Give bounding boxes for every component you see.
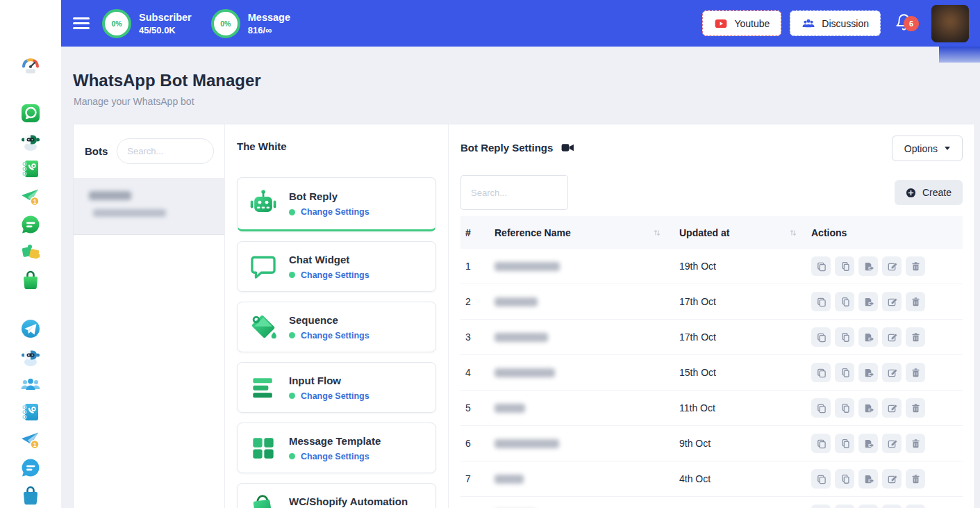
sidebar-item-telegram-store[interactable]: [19, 486, 42, 508]
copy-button[interactable]: [811, 398, 831, 418]
edit-icon: [887, 474, 897, 484]
delete-button[interactable]: [906, 327, 925, 347]
reference-name-redacted: [495, 475, 524, 484]
options-button[interactable]: Options: [892, 136, 963, 161]
video-camera-icon: [561, 142, 574, 153]
edit-button[interactable]: [882, 398, 902, 418]
reply-search-input[interactable]: [460, 175, 568, 210]
sidebar-item-telegram-chat[interactable]: [19, 458, 42, 480]
export-icon: [863, 403, 874, 413]
export-button[interactable]: [858, 292, 878, 311]
sidebar-item-whatsapp-store[interactable]: [19, 270, 42, 293]
export-button[interactable]: [858, 363, 878, 382]
edit-button[interactable]: [882, 505, 902, 508]
change-settings-link[interactable]: Change Settings: [301, 207, 369, 217]
status-dot: [289, 272, 295, 278]
sidebar-item-telegram-group[interactable]: [19, 375, 42, 397]
export-button[interactable]: [858, 434, 878, 453]
edit-button[interactable]: [882, 469, 902, 489]
card-title: Input Flow: [289, 375, 369, 386]
sidebar-item-whatsapp-bot[interactable]: [19, 131, 42, 154]
delete-button[interactable]: [906, 469, 925, 489]
card-wc-shopify-automation[interactable]: S WC/Shopify Automation Change Settings: [237, 483, 436, 508]
copy-button[interactable]: [811, 327, 831, 347]
card-input-flow[interactable]: Input Flow Change Settings: [237, 362, 436, 413]
menu-toggle-button[interactable]: [73, 17, 90, 28]
export-button[interactable]: [858, 398, 878, 418]
delete-button[interactable]: [906, 434, 925, 453]
bots-search-input[interactable]: [117, 138, 214, 164]
copy-button[interactable]: [811, 292, 831, 311]
copy-button[interactable]: [811, 469, 831, 489]
main-content: WhatsApp Bot Manager Manage your WhatsAp…: [61, 47, 980, 508]
clone-button[interactable]: [835, 469, 854, 489]
sidebar-item-telegram-bot[interactable]: [19, 347, 42, 369]
delete-icon: [911, 368, 921, 378]
delete-button[interactable]: [906, 363, 925, 382]
edit-button[interactable]: [882, 256, 902, 276]
svg-text:S: S: [260, 505, 266, 508]
delete-button[interactable]: [906, 505, 925, 508]
card-sequence[interactable]: Sequence Change Settings: [237, 302, 436, 352]
create-button[interactable]: Create: [895, 180, 963, 205]
sidebar-item-whatsapp-broadcast[interactable]: 1: [19, 187, 42, 209]
clone-button[interactable]: [835, 256, 854, 276]
whatsapp-icon: [19, 102, 42, 127]
edit-button[interactable]: [882, 363, 902, 382]
export-button[interactable]: [858, 256, 878, 276]
discussion-button[interactable]: Discussion: [790, 10, 881, 36]
change-settings-link[interactable]: Change Settings: [301, 331, 369, 341]
reference-name-redacted: [495, 262, 560, 271]
change-settings-link[interactable]: Change Settings: [301, 391, 369, 401]
clone-button[interactable]: [835, 327, 854, 347]
reply-settings-title: Bot Reply Settings: [460, 142, 553, 154]
copy-button[interactable]: [811, 256, 831, 276]
user-avatar[interactable]: [931, 5, 969, 42]
sidebar-item-whatsapp-chat[interactable]: [19, 215, 42, 237]
youtube-button[interactable]: Youtube: [702, 10, 781, 36]
table-row: 6 9th Oct: [460, 426, 963, 461]
col-updated-at[interactable]: Updated at: [679, 227, 729, 238]
export-button[interactable]: [858, 469, 878, 489]
sidebar-item-telegram[interactable]: [19, 319, 42, 341]
copy-icon: [816, 439, 827, 449]
copy-button[interactable]: [811, 505, 831, 508]
bot-list-item-selected[interactable]: [74, 178, 224, 235]
card-bot-reply[interactable]: Bot Reply Change Settings: [237, 177, 436, 231]
clone-button[interactable]: [835, 505, 854, 508]
edit-button[interactable]: [882, 292, 902, 311]
message-label: Message: [248, 12, 290, 23]
edit-button[interactable]: [882, 434, 902, 453]
export-button[interactable]: [858, 505, 878, 508]
card-message-template[interactable]: Message Template Change Settings: [237, 423, 436, 473]
clone-button[interactable]: [835, 292, 854, 311]
delete-button[interactable]: [906, 398, 925, 418]
sort-icon[interactable]: [789, 229, 797, 237]
change-settings-link[interactable]: Change Settings: [301, 270, 369, 280]
delete-button[interactable]: [906, 256, 925, 276]
clone-button[interactable]: [835, 363, 854, 382]
subscriber-value: 45/50.0K: [139, 25, 192, 35]
delete-button[interactable]: [906, 292, 925, 311]
export-button[interactable]: [858, 327, 878, 347]
sidebar-item-whatsapp-contacts[interactable]: [19, 159, 42, 181]
sidebar-item-dashboard[interactable]: [19, 56, 42, 79]
sidebar-item-integration[interactable]: [19, 243, 42, 265]
col-reference-name[interactable]: Reference Name: [495, 227, 571, 238]
status-dot: [289, 393, 295, 399]
edit-button[interactable]: [882, 327, 902, 347]
sort-icon[interactable]: [653, 229, 661, 237]
sidebar-item-whatsapp[interactable]: [19, 104, 42, 126]
notifications-button[interactable]: 6: [895, 13, 913, 34]
change-settings-link[interactable]: Change Settings: [301, 452, 369, 461]
message-stat: 0% Message 816/∞: [211, 9, 290, 38]
clone-button[interactable]: [835, 434, 854, 453]
copy-icon: [816, 474, 827, 484]
sidebar-item-telegram-contacts[interactable]: [19, 402, 42, 425]
card-chat-widget[interactable]: Chat Widget Change Settings: [237, 241, 436, 292]
copy-button[interactable]: [811, 363, 831, 382]
sidebar-item-telegram-broadcast[interactable]: 1: [19, 430, 42, 452]
copy-button[interactable]: [811, 434, 831, 453]
clone-button[interactable]: [835, 398, 854, 418]
bots-panel-title: Bots: [85, 145, 108, 157]
